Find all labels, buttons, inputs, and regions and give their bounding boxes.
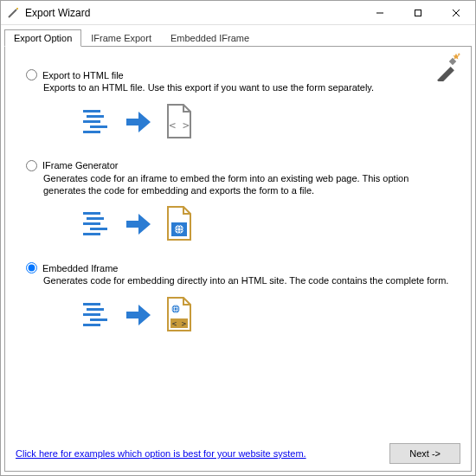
wand-icon <box>6 6 20 20</box>
svg-rect-8 <box>83 110 100 113</box>
form-icon <box>78 298 113 332</box>
option-embedded-iframe: Embedded Iframe Generates code for embed… <box>26 262 460 348</box>
svg-rect-7 <box>449 58 456 65</box>
tab-export-option[interactable]: Export Option <box>4 29 81 47</box>
svg-rect-17 <box>90 228 107 230</box>
arrow-icon <box>123 209 154 240</box>
code-file-icon: < > <box>164 103 194 141</box>
svg-rect-11 <box>90 125 107 128</box>
footer: Click here for examples which option is … <box>16 440 460 464</box>
wizard-wand-icon <box>433 52 462 81</box>
desc-export-html: Exports to an HTML file. Use this export… <box>43 82 450 94</box>
label-embedded-iframe: Embedded Iframe <box>42 263 118 273</box>
next-button[interactable]: Next -> <box>389 443 460 464</box>
tab-bar: Export Option IFrame Export Embedded IFr… <box>1 28 475 47</box>
illustration-embedded: < > <box>78 294 460 336</box>
option-iframe-generator: IFrame Generator Generates code for an i… <box>26 160 460 258</box>
svg-rect-27 <box>83 324 100 326</box>
minimize-button[interactable] <box>361 1 399 25</box>
arrow-icon <box>123 106 154 138</box>
svg-rect-10 <box>83 120 100 123</box>
svg-rect-14 <box>83 212 100 215</box>
window-title: Export Wizard <box>25 7 361 19</box>
option-export-html: Export to HTML file Exports to an HTML f… <box>26 69 460 155</box>
svg-rect-6 <box>437 67 454 81</box>
export-wizard-window: Export Wizard Export Option IFrame Expor… <box>0 0 476 476</box>
svg-text:< >: < > <box>169 119 190 132</box>
svg-line-0 <box>9 10 16 17</box>
svg-rect-15 <box>87 217 104 220</box>
svg-rect-26 <box>90 318 107 321</box>
tab-embedded-iframe[interactable]: Embedded IFrame <box>161 29 259 47</box>
svg-point-20 <box>175 225 183 234</box>
tab-panel: Export to HTML file Exports to an HTML f… <box>4 46 472 472</box>
svg-point-1 <box>16 8 18 10</box>
radio-embedded-iframe[interactable] <box>26 262 37 273</box>
maximize-button[interactable] <box>399 1 437 25</box>
illustration-html: < > <box>78 101 460 143</box>
close-button[interactable] <box>437 1 475 25</box>
svg-rect-25 <box>83 313 100 316</box>
form-icon <box>78 105 113 139</box>
form-icon <box>78 207 113 241</box>
illustration-iframe <box>78 203 460 245</box>
embed-file-icon: < > <box>164 296 194 334</box>
svg-text:< >: < > <box>172 319 187 328</box>
label-export-html: Export to HTML file <box>42 70 124 80</box>
svg-rect-12 <box>83 131 100 133</box>
radio-iframe-generator[interactable] <box>26 160 37 171</box>
tab-iframe-export[interactable]: IFrame Export <box>81 29 161 47</box>
radio-export-html[interactable] <box>26 69 37 80</box>
examples-link[interactable]: Click here for examples which option is … <box>16 448 306 459</box>
svg-rect-18 <box>83 233 100 235</box>
svg-rect-3 <box>415 10 421 16</box>
svg-rect-24 <box>87 308 104 311</box>
svg-point-28 <box>172 306 180 313</box>
globe-file-icon <box>164 205 194 243</box>
titlebar: Export Wizard <box>1 1 475 25</box>
svg-rect-23 <box>83 303 100 306</box>
desc-iframe-generator: Generates code for an iframe to embed th… <box>43 173 450 197</box>
desc-embedded-iframe: Generates code for embedding directly in… <box>43 275 450 287</box>
arrow-icon <box>123 299 154 331</box>
svg-rect-9 <box>87 115 104 118</box>
svg-rect-16 <box>83 222 100 225</box>
label-iframe-generator: IFrame Generator <box>42 160 118 170</box>
